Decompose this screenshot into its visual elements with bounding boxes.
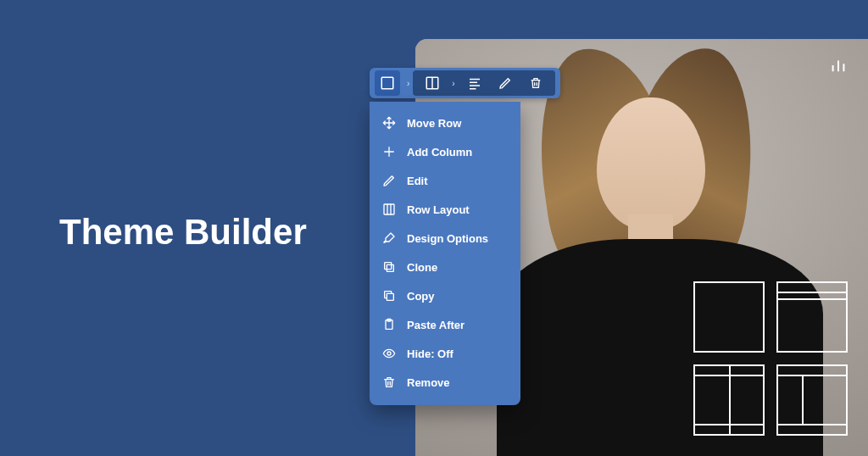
plus-icon <box>381 144 397 159</box>
eye-icon <box>381 346 397 361</box>
menu-item-columns[interactable]: Row Layout <box>370 195 520 224</box>
layout-half-icon[interactable] <box>420 70 445 96</box>
pencil-icon <box>381 173 397 188</box>
svg-rect-17 <box>387 264 393 271</box>
bars-icon[interactable] <box>829 56 848 75</box>
menu-item-eye[interactable]: Hide: Off <box>370 339 520 368</box>
pencil-icon[interactable] <box>492 70 518 96</box>
copy-icon <box>381 288 397 303</box>
clone-icon <box>381 259 397 275</box>
menu-item-label: Move Row <box>407 117 461 130</box>
menu-item-copy[interactable]: Copy <box>370 281 520 310</box>
menu-item-label: Design Options <box>407 232 488 245</box>
svg-point-22 <box>387 352 391 355</box>
svg-rect-19 <box>387 293 393 300</box>
menu-item-label: Hide: Off <box>407 348 453 360</box>
layout-thumbnails <box>693 281 848 436</box>
menu-item-label: Remove <box>407 376 450 389</box>
menu-item-label: Clone <box>407 261 437 274</box>
context-menu: Move RowAdd ColumnEditRow LayoutDesign O… <box>370 102 520 405</box>
trash-icon <box>381 375 397 390</box>
selected-element-group: › <box>413 70 554 96</box>
stage: Theme Builder › › <box>0 0 868 456</box>
layout-thumb-2col[interactable] <box>693 364 765 436</box>
columns-icon <box>381 202 397 217</box>
layout-thumb-sidebar[interactable] <box>776 364 848 436</box>
move-icon <box>381 115 397 131</box>
svg-rect-18 <box>385 263 392 270</box>
menu-item-label: Row Layout <box>407 203 470 216</box>
menu-item-label: Paste After <box>407 319 465 331</box>
layout-square-icon[interactable] <box>375 70 400 96</box>
layout-thumb-1col[interactable] <box>693 281 765 353</box>
layout-thumb-header[interactable] <box>776 281 848 353</box>
paragraph-icon[interactable] <box>462 70 487 96</box>
menu-item-plus[interactable]: Add Column <box>370 137 520 166</box>
svg-rect-3 <box>381 77 393 89</box>
chevron-right-icon: › <box>450 79 456 88</box>
menu-item-label: Copy <box>407 290 435 303</box>
paste-icon <box>381 317 397 332</box>
menu-item-label: Edit <box>407 175 428 187</box>
trash-icon[interactable] <box>523 70 548 96</box>
page-headline: Theme Builder <box>59 212 307 253</box>
menu-item-move[interactable]: Move Row <box>370 108 520 137</box>
menu-item-trash[interactable]: Remove <box>370 368 520 397</box>
menu-item-clone[interactable]: Clone <box>370 253 520 281</box>
chevron-right-icon: › <box>405 79 411 88</box>
brush-icon <box>381 231 397 246</box>
menu-item-paste[interactable]: Paste After <box>370 310 520 339</box>
svg-rect-14 <box>384 204 394 214</box>
breadcrumb-toolbar: › › <box>370 68 560 98</box>
menu-item-label: Add Column <box>407 146 472 158</box>
menu-item-pencil[interactable]: Edit <box>370 166 520 195</box>
menu-item-brush[interactable]: Design Options <box>370 224 520 253</box>
